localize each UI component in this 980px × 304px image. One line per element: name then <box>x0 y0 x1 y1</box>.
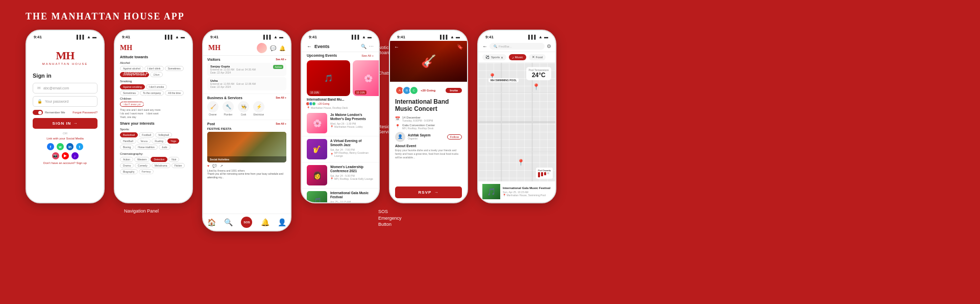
sos-button[interactable]: SOS <box>241 217 252 228</box>
user-avatar[interactable] <box>257 43 267 53</box>
signup-link[interactable]: Sign up <box>77 161 87 165</box>
status-icons-4: ▌▌▌ ▲ ▬ <box>352 35 372 39</box>
event-item-3[interactable]: 🎷 A Virtual Evening of Smooth Jazz Sat, … <box>302 136 379 162</box>
tag-boxing[interactable]: Boxing <box>120 145 134 150</box>
event-thumb-2: 🌸 <box>307 113 327 133</box>
detail-back-button[interactable]: ← <box>394 44 399 50</box>
follow-button[interactable]: Follow <box>447 134 462 139</box>
discovery-search-bar[interactable]: 🔍 FindBar... <box>489 43 545 50</box>
tag-horse[interactable]: Horse triathlon <box>135 145 158 150</box>
event-item-2[interactable]: 🌸 Jo Malone London's Mother's Day Presen… <box>302 110 379 136</box>
service-cook[interactable]: 👨‍🍳 Cook <box>238 101 249 116</box>
tag-often[interactable]: Often <box>150 72 162 77</box>
chat-icon[interactable]: 💬 <box>270 45 276 51</box>
remember-toggle[interactable] <box>33 110 43 115</box>
events-search-icon[interactable]: 🔍 <box>361 44 366 49</box>
tag-against-smoking[interactable]: Against smoking <box>120 84 145 89</box>
tag-biography[interactable]: Biography <box>120 169 138 174</box>
event-thumb-3: 🎷 <box>307 139 327 159</box>
tag-handball[interactable]: Handball <box>120 138 136 144</box>
no-account-label: Don't have an account? <box>43 161 76 165</box>
tag-volleyball[interactable]: Volleyball <box>155 132 172 137</box>
instagram-icon[interactable]: 📷 <box>52 152 59 159</box>
services-see-all[interactable]: See All + <box>276 96 286 100</box>
sports-chip-icon: ⚽ <box>485 55 490 59</box>
tag-western[interactable]: Western <box>134 157 150 162</box>
twitter-icon[interactable]: t <box>76 143 83 150</box>
discovery-settings[interactable]: ⚙ <box>547 43 551 49</box>
disc-event-name: International Gala Music Festival <box>503 186 551 190</box>
tag-rowing[interactable]: Rowing <box>152 138 166 144</box>
event-item-5[interactable]: 🎵 International Gala Music Festival Apr … <box>302 189 379 202</box>
discovery-event-card[interactable]: 🎵 International Gala Music Festival Sun,… <box>478 181 555 202</box>
post-see-all[interactable]: See All + <box>276 122 286 126</box>
tag-detective[interactable]: Detective <box>151 157 167 162</box>
share-icon[interactable]: ↗ <box>220 164 223 168</box>
tag-against-alcohol[interactable]: Against alcohol <box>120 66 143 71</box>
tag-basketball[interactable]: Basketball <box>120 132 138 137</box>
visitors-see-all[interactable]: See All + <box>276 58 286 61</box>
discovery-back[interactable]: ← <box>482 43 487 49</box>
tag-football[interactable]: Football <box>139 132 154 137</box>
tag-comedy[interactable]: Comedy <box>135 163 151 168</box>
forgot-password-link[interactable]: Forgot Password? <box>72 111 97 114</box>
tag-action[interactable]: Action <box>120 157 133 162</box>
tag-sometimes-smoke[interactable]: Sometimes <box>120 90 139 96</box>
nav-profile[interactable]: 👤 <box>278 218 286 226</box>
status-bar-5: 9:41 ▌▌▌ ▲ ▬ <box>390 31 467 41</box>
filter-food[interactable]: ✕ Food <box>529 54 546 60</box>
app-title: THE MANHATTAN HOUSE APP <box>0 0 980 22</box>
service-electrician[interactable]: ⚡ Electrician <box>253 101 264 116</box>
tag-drama[interactable]: Drama <box>120 163 134 168</box>
tag-no-drink[interactable]: I don't drink <box>144 66 164 71</box>
featured-event-2[interactable]: 🌸 10 JUN <box>353 60 379 96</box>
rsvp-button[interactable]: RSVP → <box>395 186 462 198</box>
nav-bell[interactable]: 🔔 <box>261 218 270 226</box>
linkedin-icon[interactable]: in <box>66 143 74 150</box>
invite-button[interactable]: Invite <box>446 88 462 93</box>
tag-melodrama[interactable]: Melodrama <box>152 163 170 168</box>
tag-tennis[interactable]: Tennis <box>137 138 151 144</box>
featured-event-1[interactable]: 🎵 10 JUN <box>307 60 350 96</box>
filter-sports[interactable]: ⚽ Sports ✕ <box>482 54 506 60</box>
tag-sometimes[interactable]: Sometimes <box>165 66 184 71</box>
signin-button[interactable]: SIGN IN → <box>33 118 97 129</box>
youtube-icon[interactable]: ▶ <box>62 152 69 159</box>
filter-music[interactable]: ♪ Music <box>509 54 526 60</box>
tag-noir[interactable]: Noir <box>168 157 179 162</box>
rsvp-arrow: → <box>434 190 438 195</box>
facebook-icon[interactable]: f <box>47 143 54 150</box>
like-icon[interactable]: ♥ <box>207 164 209 168</box>
map-pin-2[interactable]: 📍 <box>532 83 540 90</box>
password-field[interactable]: 🔒 Your password <box>33 96 97 107</box>
map-pin-3[interactable]: 📍 <box>517 159 525 166</box>
tag-fantasy[interactable]: Fantasy <box>139 169 154 174</box>
search-placeholder-disc: FindBar... <box>499 45 512 48</box>
comment-icon[interactable]: 💬 <box>212 164 217 168</box>
tag-dont-know[interactable]: I don't know yet <box>120 102 144 107</box>
service-cleaner[interactable]: 🧹 Cleaner <box>207 101 218 116</box>
email-field[interactable]: ✉ abc@email.com <box>33 83 97 93</box>
music-icon[interactable]: ♪ <box>71 152 79 159</box>
event-item-4[interactable]: 👩 Women's Leadership Conference 2021 Sat… <box>302 162 379 189</box>
tag-alltime-smoke[interactable]: All the time <box>165 90 184 96</box>
nav-home[interactable]: 🏠 <box>207 218 216 226</box>
notification-bell-icon[interactable]: 🔔 <box>279 45 285 51</box>
post-text-content: Thank you all for removing some time fro… <box>207 172 286 179</box>
service-plumber[interactable]: 🔧 Plumber <box>223 101 234 116</box>
events-back-arrow[interactable]: ← <box>307 43 312 49</box>
tag-company-smoke[interactable]: To the company <box>140 90 164 96</box>
tag-judo[interactable]: Judo <box>159 145 170 150</box>
see-all-events[interactable]: See All + <box>361 54 374 57</box>
profile-logo: MH <box>120 44 132 52</box>
detail-fav-button[interactable]: 🔖 <box>457 44 463 50</box>
alcohol-tags: Against alcohol I don't drink Sometimes … <box>120 66 187 77</box>
tag-no-smoke[interactable]: I don't smoke <box>146 84 167 89</box>
battery-icon-5: ▬ <box>456 35 460 39</box>
events-more-icon[interactable]: ⋯ <box>369 44 374 49</box>
tag-drinking-company[interactable]: Drinking in company <box>120 72 149 77</box>
tag-fiction[interactable]: Fiction <box>172 163 185 168</box>
tag-yoga[interactable]: Yoga <box>167 138 179 144</box>
whatsapp-icon[interactable]: w <box>57 143 64 150</box>
nav-search[interactable]: 🔍 <box>224 218 233 226</box>
